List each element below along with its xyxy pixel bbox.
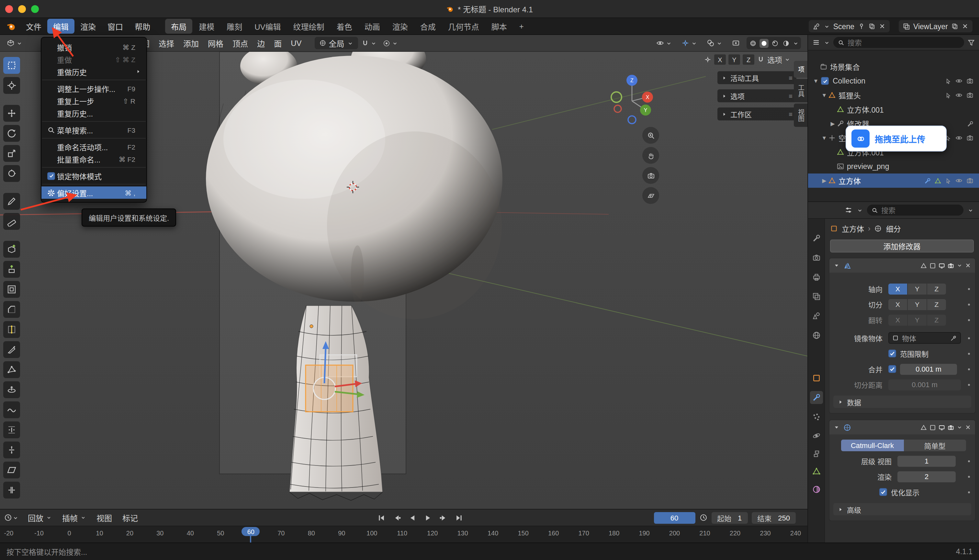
tool-box-select[interactable] (3, 57, 20, 74)
current-frame-field[interactable]: 60 (654, 512, 695, 523)
extras-dropdown-icon[interactable] (956, 424, 963, 430)
scene-selector[interactable]: Scene (809, 20, 889, 32)
eyedropper-icon[interactable] (950, 334, 957, 342)
chevron-down-icon[interactable] (824, 39, 830, 46)
gizmos-toggle[interactable] (679, 37, 700, 49)
flip-axis-y[interactable]: Y (908, 314, 927, 325)
app-menu-0[interactable]: 文件 (20, 19, 47, 34)
chevron-down-icon[interactable] (792, 40, 799, 46)
tool-knife[interactable] (3, 341, 20, 358)
outliner-row-1[interactable]: ▼Collection (808, 74, 979, 88)
extras-dropdown-icon[interactable] (956, 262, 963, 269)
timeline-editor-icon[interactable] (4, 513, 12, 522)
shading-rendered-button[interactable] (782, 38, 791, 48)
merge-checkbox[interactable] (888, 365, 896, 373)
properties-search[interactable] (867, 205, 964, 216)
xray-toggle[interactable] (729, 37, 743, 49)
overlays-toggle[interactable] (704, 37, 725, 49)
close-button[interactable] (5, 5, 13, 13)
maximize-button[interactable] (31, 5, 39, 13)
mirror-data-section[interactable]: 数据 (833, 395, 971, 408)
edit-menu-item-13[interactable]: 锁定物体模式 (42, 170, 146, 182)
upload-overlay-badge[interactable]: 拖拽至此上传 (846, 126, 947, 152)
properties-tab-constraints[interactable] (810, 447, 823, 460)
close-icon[interactable] (965, 424, 971, 430)
workspace-tab-5[interactable]: 着色 (331, 19, 358, 34)
bisect-distance-field[interactable]: 0.001 m (888, 379, 961, 390)
duplicate-icon[interactable] (951, 23, 958, 30)
edit-menu-item-2[interactable]: 重做历史 (42, 65, 146, 78)
n-panel-tab-2[interactable]: 视图 (794, 103, 807, 127)
app-menu-3[interactable]: 窗口 (102, 19, 129, 34)
outliner-editor-icon[interactable] (812, 38, 821, 47)
viewport-menu-2[interactable]: 添加 (179, 36, 203, 50)
workspace-tab-0[interactable]: 布局 (165, 19, 192, 34)
clock-icon[interactable] (699, 513, 707, 522)
chevron-down-icon[interactable] (12, 514, 19, 521)
catmull-clark-button[interactable]: Catmull-Clark (841, 440, 904, 451)
edit-menu-item-10[interactable]: 重命名活动项...F2 (42, 140, 146, 153)
tool-spin[interactable] (3, 381, 20, 398)
properties-tab-physics[interactable] (810, 429, 823, 442)
visibility-dropdown[interactable] (653, 37, 675, 49)
viewport-menu-1[interactable]: 选择 (154, 36, 179, 50)
tool-add-cube[interactable] (3, 241, 20, 258)
render-toggle-icon[interactable] (947, 262, 954, 269)
drag-grip-icon[interactable]: ≡ (789, 74, 792, 81)
timeline-ruler[interactable]: -20-100102030405060708090100110120130140… (0, 526, 807, 543)
edit-menu-item-6[interactable]: 重复历史... (42, 107, 146, 119)
tool-poly-build[interactable] (3, 361, 20, 378)
drag-grip-icon[interactable]: ≡ (789, 110, 792, 118)
frame-start-field[interactable]: 起始 1 (711, 512, 747, 523)
properties-tab-scene[interactable] (810, 310, 823, 322)
play-reverse-button[interactable] (405, 512, 420, 524)
ortho-toggle-button[interactable] (642, 187, 659, 204)
properties-tab-object[interactable] (810, 372, 823, 385)
tool-options-dropdown[interactable]: 选项 (767, 54, 791, 65)
viewport-menu-5[interactable]: 边 (252, 36, 269, 50)
outliner-row-8[interactable]: ▶立方体 (808, 173, 979, 188)
n-panel-tab-1[interactable]: 工具 (794, 79, 807, 102)
tool-transform[interactable] (3, 165, 20, 182)
properties-tab-output[interactable] (810, 271, 823, 283)
workspace-tab-3[interactable]: UV编辑 (249, 19, 287, 34)
workspace-tab-1[interactable]: 建模 (193, 19, 220, 34)
close-icon[interactable] (965, 262, 971, 269)
timeline-menu-3[interactable]: 标记 (117, 512, 143, 523)
timeline-menu-2[interactable]: 视图 (91, 512, 117, 523)
app-menu-2[interactable]: 渲染 (75, 19, 102, 34)
properties-search-input[interactable] (881, 206, 959, 214)
tool-move[interactable] (3, 105, 20, 122)
collection-checkbox[interactable] (821, 77, 829, 85)
subdiv-advanced-section[interactable]: 高级 (833, 503, 971, 515)
edit-menu-item-5[interactable]: 重复上一步⇧ R (42, 95, 146, 107)
tool-rip-region[interactable] (3, 482, 20, 498)
transform-orientation-select[interactable]: 全局 (315, 37, 358, 49)
mirror-y-toggle[interactable]: Y (729, 54, 740, 65)
duplicate-icon[interactable] (868, 23, 875, 30)
blender-menu-logo-icon[interactable] (7, 22, 16, 31)
tool-annotate[interactable] (3, 193, 20, 210)
frame-end-field[interactable]: 结束 250 (751, 512, 796, 523)
realtime-toggle-icon[interactable] (938, 262, 945, 269)
tool-extrude-region[interactable] (3, 261, 20, 278)
edit-menu-item-11[interactable]: 批量重命名...⌘ F2 (42, 153, 146, 165)
minimize-button[interactable] (18, 5, 26, 13)
snap-settings-icon[interactable] (757, 56, 765, 63)
breadcrumb-object[interactable]: 立方体 (842, 223, 864, 234)
outliner-row-7[interactable]: preview_png (808, 159, 979, 173)
mirror-axis-y[interactable]: Y (908, 283, 927, 294)
viewport-menu-4[interactable]: 顶点 (228, 36, 252, 50)
app-menu-4[interactable]: 帮助 (129, 19, 156, 34)
outliner-row-3[interactable]: 立方体.001 (808, 102, 979, 117)
play-button[interactable] (421, 512, 435, 524)
levels-viewport-field[interactable]: 1 (897, 455, 956, 467)
overlay-panel-1[interactable]: 选项≡ (717, 89, 796, 102)
on-cage-toggle-icon[interactable] (920, 262, 927, 269)
tool-shrink-fatten[interactable] (3, 442, 20, 458)
navigation-gizmo[interactable]: Z X Y (602, 70, 662, 132)
bisect-axis-y[interactable]: Y (908, 299, 927, 310)
properties-tab-material[interactable] (810, 483, 823, 496)
mirror-axis-x[interactable]: X (888, 283, 907, 294)
pan-button[interactable] (642, 147, 659, 164)
